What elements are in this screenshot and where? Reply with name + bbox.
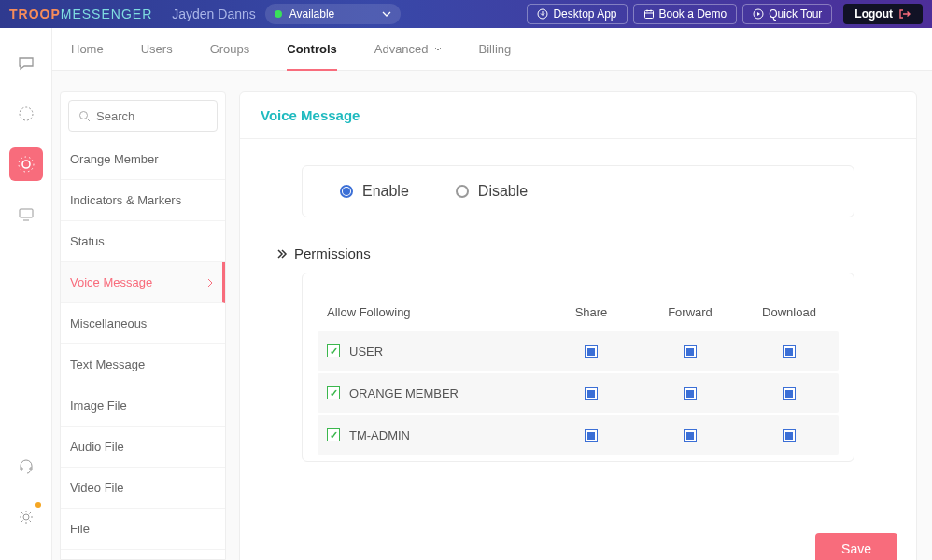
desktop-app-label: Desktop App — [553, 7, 616, 21]
expand-icon — [277, 249, 294, 259]
download-icon — [537, 8, 553, 20]
play-icon — [753, 8, 769, 20]
svg-point-5 — [19, 157, 34, 172]
download-checkbox[interactable] — [783, 387, 796, 400]
tab-billing[interactable]: Billing — [479, 28, 512, 71]
permissions-table: Allow Following Share Forward Download U… — [318, 292, 839, 457]
download-checkbox[interactable] — [783, 429, 796, 442]
calendar-icon — [643, 8, 659, 20]
allow-checkbox[interactable] — [327, 344, 340, 357]
svg-point-7 — [23, 514, 29, 520]
globe-nav-icon[interactable] — [9, 97, 43, 131]
enable-label: Enable — [362, 183, 409, 200]
table-row: ORANGE MEMBER — [318, 373, 839, 413]
settings-nav-icon[interactable] — [9, 147, 43, 181]
sidebar-item-orange[interactable]: Orange Member — [61, 139, 225, 180]
tab-advanced[interactable]: Advanced — [374, 28, 442, 71]
monitor-nav-icon[interactable] — [9, 198, 43, 231]
notification-dot-icon — [35, 502, 41, 508]
download-checkbox[interactable] — [783, 345, 796, 358]
book-demo-button[interactable]: Book a Demo — [633, 4, 738, 24]
table-row: TM-ADMIN — [318, 415, 839, 455]
book-demo-label: Book a Demo — [659, 7, 727, 21]
chevron-down-icon — [434, 47, 442, 51]
forward-checkbox[interactable] — [684, 345, 697, 358]
nav-rail — [0, 28, 52, 560]
col-download: Download — [740, 305, 839, 319]
logout-button[interactable]: Logout — [843, 4, 923, 24]
app-header: TROOPMESSENGER Jayden Danns Available De… — [0, 0, 932, 28]
sidebar-item-audio[interactable]: Audio File — [61, 427, 225, 468]
permissions-heading: Permissions — [277, 245, 916, 261]
search-input[interactable] — [96, 109, 207, 123]
search-icon — [78, 110, 96, 122]
status-dropdown[interactable]: Available — [265, 4, 401, 24]
status-dot-icon — [275, 10, 282, 18]
app-logo: TROOPMESSENGER — [9, 7, 162, 21]
username-label: Jayden Danns — [172, 7, 256, 21]
col-share: Share — [542, 305, 641, 319]
enable-radio[interactable]: Enable — [340, 183, 409, 200]
desktop-app-button[interactable]: Desktop App — [527, 4, 627, 24]
controls-sidebar: Orange Member Indicators & Markers Statu… — [60, 91, 226, 560]
gear-nav-icon[interactable] — [9, 500, 43, 534]
radio-on-icon — [340, 185, 353, 198]
svg-point-3 — [20, 107, 33, 120]
permissions-card: Allow Following Share Forward Download U… — [302, 273, 854, 462]
tab-controls[interactable]: Controls — [287, 28, 336, 71]
permissions-label: Permissions — [294, 245, 371, 261]
col-forward: Forward — [641, 305, 740, 319]
svg-rect-6 — [20, 209, 33, 217]
forward-checkbox[interactable] — [684, 387, 697, 400]
save-button[interactable]: Save — [815, 533, 897, 560]
svg-rect-1 — [644, 11, 653, 19]
sidebar-item-voice[interactable]: Voice Message — [61, 262, 225, 303]
status-text: Available — [289, 7, 334, 21]
sidebar-item-indicators[interactable]: Indicators & Markers — [61, 180, 225, 221]
tab-home[interactable]: Home — [71, 28, 104, 71]
share-checkbox[interactable] — [585, 387, 598, 400]
sidebar-item-file[interactable]: File — [61, 509, 225, 550]
logout-icon — [893, 8, 911, 20]
share-checkbox[interactable] — [585, 345, 598, 358]
disable-radio[interactable]: Disable — [456, 183, 528, 200]
allow-checkbox[interactable] — [327, 428, 340, 441]
enable-toggle-card: Enable Disable — [302, 165, 854, 217]
table-row: USER — [318, 331, 839, 371]
sidebar-search[interactable] — [68, 100, 218, 132]
row-label: ORANGE MEMBER — [349, 386, 459, 400]
voice-message-panel: Voice Message Enable Disable — [239, 91, 917, 560]
sidebar-item-label: Voice Message — [70, 275, 152, 289]
sidebar-item-video[interactable]: Video File — [61, 468, 225, 509]
row-label: USER — [349, 344, 383, 358]
main-area: Home Users Groups Controls Advanced Bill… — [52, 28, 932, 560]
forward-checkbox[interactable] — [684, 429, 697, 442]
tab-advanced-label: Advanced — [374, 42, 429, 56]
panel-title: Voice Message — [240, 92, 916, 139]
svg-point-4 — [22, 161, 30, 168]
panel-scroll[interactable]: Voice Message Enable Disable — [239, 91, 921, 560]
row-label: TM-ADMIN — [349, 428, 410, 442]
chevron-right-icon — [207, 278, 213, 287]
logo-text-a: TROOP — [9, 7, 61, 21]
share-checkbox[interactable] — [585, 429, 598, 442]
sidebar-list[interactable]: Orange Member Indicators & Markers Statu… — [61, 139, 225, 559]
svg-point-8 — [80, 111, 88, 119]
chat-nav-icon[interactable] — [9, 47, 43, 80]
logout-label: Logout — [854, 7, 893, 21]
sidebar-item-image[interactable]: Image File — [61, 385, 225, 427]
allow-checkbox[interactable] — [327, 386, 340, 399]
sidebar-item-text[interactable]: Text Message — [61, 344, 225, 385]
sidebar-item-status[interactable]: Status — [61, 221, 225, 262]
tab-groups[interactable]: Groups — [210, 28, 250, 71]
top-tabs: Home Users Groups Controls Advanced Bill… — [52, 28, 932, 71]
quick-tour-label: Quick Tour — [769, 7, 822, 21]
col-allow: Allow Following — [318, 305, 542, 319]
headset-nav-icon[interactable] — [9, 450, 43, 483]
logo-text-b: MESSENGER — [61, 7, 152, 21]
table-header-row: Allow Following Share Forward Download — [318, 292, 839, 331]
tab-users[interactable]: Users — [141, 28, 173, 71]
radio-off-icon — [456, 185, 469, 198]
quick-tour-button[interactable]: Quick Tour — [742, 4, 832, 24]
sidebar-item-misc[interactable]: Miscellaneous — [61, 303, 225, 344]
